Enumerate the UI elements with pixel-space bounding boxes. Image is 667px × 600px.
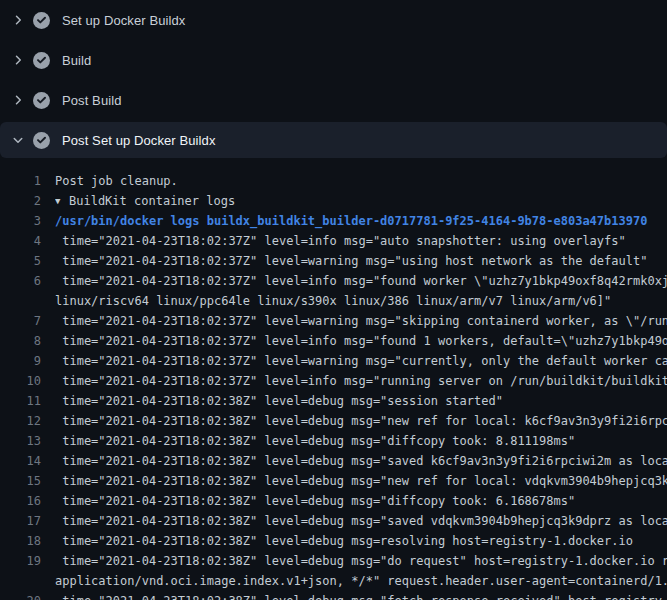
log-line-number[interactable]: 7 [0, 311, 41, 331]
log-line: 1 Post job cleanup. [0, 171, 667, 191]
log-line-number[interactable]: 13 [0, 431, 41, 451]
log-line: 15 time="2021-04-23T18:02:38Z" level=deb… [0, 471, 667, 491]
log-line-number[interactable]: 18 [0, 531, 41, 551]
log-line-number[interactable]: 2 [0, 191, 41, 211]
step-build[interactable]: Build [0, 40, 667, 80]
log-line-number[interactable]: 14 [0, 451, 41, 471]
step-label: Post Set up Docker Buildx [62, 133, 216, 148]
log-line-text: linux/riscv64 linux/ppc64le linux/s390x … [55, 291, 667, 311]
log-line: application/vnd.oci.image.index.v1+json,… [0, 571, 667, 591]
chevron-down-icon [10, 134, 26, 146]
log-line-number[interactable]: 12 [0, 411, 41, 431]
log-line: 6 time="2021-04-23T18:02:37Z" level=info… [0, 271, 667, 291]
log-line-text: time="2021-04-23T18:02:38Z" level=debug … [55, 431, 667, 451]
log-line-text: time="2021-04-23T18:02:37Z" level=warnin… [55, 251, 667, 271]
step-label: Build [62, 53, 91, 68]
chevron-right-icon [10, 94, 26, 106]
log-line: 18 time="2021-04-23T18:02:38Z" level=deb… [0, 531, 667, 551]
log-line-number[interactable]: 5 [0, 251, 41, 271]
check-circle-icon [33, 12, 50, 29]
log-line-text: time="2021-04-23T18:02:38Z" level=debug … [55, 451, 667, 471]
step-post-build[interactable]: Post Build [0, 80, 667, 120]
log-area: 1 Post job cleanup. 2 ▼BuildKit containe… [0, 160, 667, 600]
log-line-number[interactable]: 9 [0, 351, 41, 371]
log-line: 17 time="2021-04-23T18:02:38Z" level=deb… [0, 511, 667, 531]
chevron-right-icon [10, 14, 26, 26]
log-line: 11 time="2021-04-23T18:02:38Z" level=deb… [0, 391, 667, 411]
step-post-set-up-docker-buildx[interactable]: Post Set up Docker Buildx [0, 122, 667, 158]
log-line-text: time="2021-04-23T18:02:38Z" level=debug … [55, 391, 667, 411]
log-line: 10 time="2021-04-23T18:02:37Z" level=inf… [0, 371, 667, 391]
log-line-text[interactable]: ▼BuildKit container logs [55, 191, 667, 211]
log-line-text: time="2021-04-23T18:02:38Z" level=debug … [55, 411, 667, 431]
log-line: 7 time="2021-04-23T18:02:37Z" level=warn… [0, 311, 667, 331]
log-line-number[interactable]: 17 [0, 511, 41, 531]
log-line: 4 time="2021-04-23T18:02:37Z" level=info… [0, 231, 667, 251]
log-line-text: time="2021-04-23T18:02:38Z" level=debug … [55, 591, 667, 600]
log-line-number[interactable]: 10 [0, 371, 41, 391]
step-label: Set up Docker Buildx [62, 13, 185, 28]
log-line-number[interactable] [0, 291, 41, 311]
chevron-right-icon [10, 54, 26, 66]
triangle-down-icon[interactable]: ▼ [55, 191, 69, 211]
log-line: 8 time="2021-04-23T18:02:37Z" level=info… [0, 331, 667, 351]
log-line-number[interactable]: 19 [0, 551, 41, 571]
log-line-number[interactable]: 3 [0, 211, 41, 231]
log-line-text: application/vnd.oci.image.index.v1+json,… [55, 571, 667, 591]
log-line-text: time="2021-04-23T18:02:37Z" level=warnin… [55, 351, 667, 371]
log-line-number[interactable]: 15 [0, 471, 41, 491]
log-line: linux/riscv64 linux/ppc64le linux/s390x … [0, 291, 667, 311]
log-line-number[interactable]: 11 [0, 391, 41, 411]
log-line-text: time="2021-04-23T18:02:37Z" level=warnin… [55, 311, 667, 331]
step-set-up-docker-buildx[interactable]: Set up Docker Buildx [0, 0, 667, 40]
log-line-number[interactable]: 4 [0, 231, 41, 251]
log-line: 5 time="2021-04-23T18:02:37Z" level=warn… [0, 251, 667, 271]
log-line: 14 time="2021-04-23T18:02:38Z" level=deb… [0, 451, 667, 471]
check-circle-icon [33, 132, 50, 149]
log-line-number[interactable]: 16 [0, 491, 41, 511]
check-circle-icon [33, 92, 50, 109]
log-line-text: time="2021-04-23T18:02:38Z" level=debug … [55, 491, 667, 511]
log-line: 12 time="2021-04-23T18:02:38Z" level=deb… [0, 411, 667, 431]
log-line: 13 time="2021-04-23T18:02:38Z" level=deb… [0, 431, 667, 451]
log-line-text: time="2021-04-23T18:02:38Z" level=debug … [55, 551, 667, 571]
log-line: 16 time="2021-04-23T18:02:38Z" level=deb… [0, 491, 667, 511]
log-line-text: time="2021-04-23T18:02:37Z" level=info m… [55, 331, 667, 351]
log-line: 9 time="2021-04-23T18:02:37Z" level=warn… [0, 351, 667, 371]
log-line-text: time="2021-04-23T18:02:38Z" level=debug … [55, 511, 667, 531]
log-line-text: /usr/bin/docker logs buildx_buildkit_bui… [55, 211, 667, 231]
workflow-log-viewer: Set up Docker Buildx Build Post Build [0, 0, 667, 600]
log-line: 20 time="2021-04-23T18:02:38Z" level=deb… [0, 591, 667, 600]
log-line-number[interactable]: 6 [0, 271, 41, 291]
log-line-text: time="2021-04-23T18:02:37Z" level=info m… [55, 371, 667, 391]
log-line-number[interactable] [0, 571, 41, 591]
log-line-number[interactable]: 20 [0, 591, 41, 600]
log-line: 2 ▼BuildKit container logs [0, 191, 667, 211]
log-line-number[interactable]: 8 [0, 331, 41, 351]
log-line-number[interactable]: 1 [0, 171, 41, 191]
log-line-text: time="2021-04-23T18:02:38Z" level=debug … [55, 471, 667, 491]
log-line: 19 time="2021-04-23T18:02:38Z" level=deb… [0, 551, 667, 571]
log-line-text: time="2021-04-23T18:02:38Z" level=debug … [55, 531, 667, 551]
log-line-text: time="2021-04-23T18:02:37Z" level=info m… [55, 231, 667, 251]
log-line: 3 /usr/bin/docker logs buildx_buildkit_b… [0, 211, 667, 231]
log-line-text: Post job cleanup. [55, 171, 667, 191]
step-label: Post Build [62, 93, 122, 108]
step-list: Set up Docker Buildx Build Post Build [0, 0, 667, 158]
check-circle-icon [33, 52, 50, 69]
log-line-text: time="2021-04-23T18:02:37Z" level=info m… [55, 271, 667, 291]
